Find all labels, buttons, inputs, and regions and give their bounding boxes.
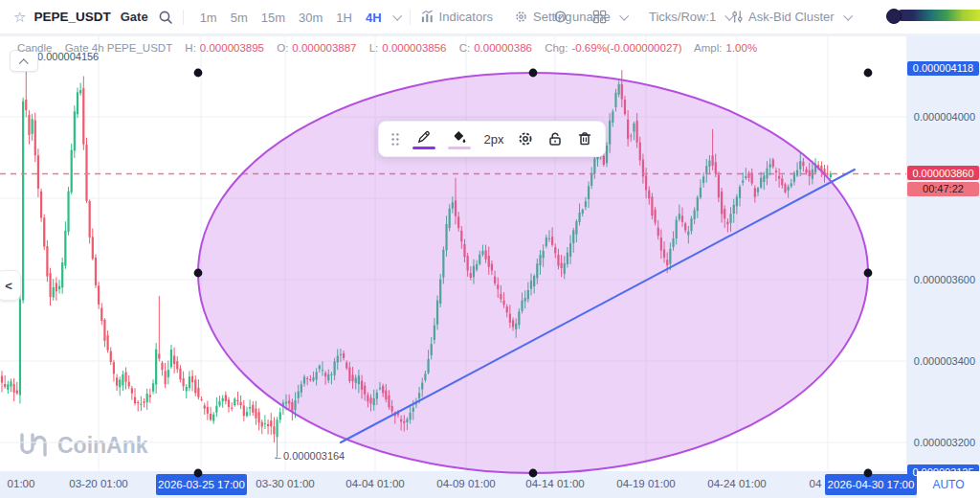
drawing-anchor-handle[interactable]: [194, 69, 203, 78]
sidebar-expand-button[interactable]: <: [0, 270, 21, 301]
delete-drawing-button[interactable]: [576, 130, 593, 147]
fill-color-tool[interactable]: [448, 129, 471, 149]
low-value: 0.000003856: [382, 42, 446, 54]
time-tick-label: 04-24 01:00: [707, 478, 766, 489]
low-price-annotation: ←0.000003164: [273, 450, 345, 462]
price-axis[interactable]: 0.0000040000.0000036000.0000034000.00000…: [906, 36, 980, 471]
drawing-anchor-handle[interactable]: [864, 69, 873, 78]
time-tick-label: 04-19 01:00: [616, 478, 675, 489]
gear-icon: [517, 130, 534, 147]
search-icon[interactable]: [158, 10, 173, 25]
series-type-label: Candle: [17, 42, 52, 54]
chevron-down-icon[interactable]: [392, 11, 402, 21]
symbol-name[interactable]: PEPE_USDT: [33, 10, 110, 24]
lock-drawing-button[interactable]: [546, 130, 564, 147]
askbid-cluster-dropdown[interactable]: Ask-Bid Cluster: [731, 10, 851, 24]
auto-scale-button[interactable]: AUTO: [917, 471, 980, 498]
time-axis[interactable]: 01:0003-20 01:0003-30 01:0004-04 01:0004…: [0, 471, 980, 498]
time-marker-chip: 2026-03-25 17:00: [156, 474, 247, 495]
drag-handle-icon[interactable]: [390, 132, 400, 147]
visible-high-chip: 0.000004118: [907, 61, 979, 76]
uname-dropdown[interactable]: uname: [553, 10, 627, 24]
trading-app: ☆ PEPE_USDT Gate 1m5m15m30m1H4H Indicato…: [0, 0, 980, 498]
stroke-color-tool[interactable]: [412, 129, 435, 149]
drawing-anchor-handle[interactable]: [194, 469, 203, 478]
timeframe-15m[interactable]: 15m: [261, 11, 285, 25]
price-tick-label: 0.000003400: [914, 355, 975, 367]
price-tick-label: 0.000003600: [914, 274, 975, 285]
stroke-color-swatch: [412, 147, 435, 149]
change-value: -0.69%(-0.000000027): [571, 42, 681, 54]
time-tick-label: 04: [810, 478, 822, 489]
drawing-anchor-handle[interactable]: [529, 469, 538, 478]
drawing-settings-button[interactable]: [517, 130, 534, 147]
time-tick-label: 03-20 01:00: [69, 478, 127, 489]
drawing-anchor-handle[interactable]: [864, 469, 873, 478]
top-toolbar: ☆ PEPE_USDT Gate 1m5m15m30m1H4H Indicato…: [0, 0, 980, 34]
unlock-icon: [546, 130, 564, 147]
price-tick-label: 0.000003200: [914, 437, 975, 448]
indicators-button[interactable]: Indicators: [420, 10, 493, 24]
timeframe-1H[interactable]: 1H: [336, 11, 352, 25]
divider: [183, 10, 184, 25]
drawing-anchor-handle[interactable]: [864, 269, 873, 278]
gear-icon: [514, 10, 528, 24]
paint-bucket-icon: [451, 129, 468, 145]
drawing-anchor-handle[interactable]: [194, 269, 203, 278]
current-price-chip: 0.000003860: [907, 166, 979, 180]
time-tick-label: 04-04 01:00: [345, 478, 404, 489]
timeframe-row: 1m5m15m30m1H4H: [193, 9, 389, 26]
series-source-label: Gate 4h PEPE_USDT: [65, 42, 173, 54]
ticks-row-dropdown[interactable]: Ticks/Row:1: [649, 10, 732, 24]
user-circle-icon: [553, 10, 568, 24]
favorite-star-icon[interactable]: ☆: [13, 9, 26, 26]
timeframe-30m[interactable]: 30m: [299, 11, 323, 25]
time-tick-label: 01:00: [8, 478, 35, 489]
toolbar-bottom-strip: [0, 34, 980, 36]
chart-area[interactable]: CoinAnk —0.000004156 ←0.000003164 < 2px: [0, 36, 906, 471]
time-tick-label: 03-30 01:00: [256, 478, 314, 489]
time-tick-label: 04-09 01:00: [436, 478, 495, 489]
stroke-width-button[interactable]: 2px: [484, 132, 504, 147]
heatmap-gradient-handle[interactable]: [886, 9, 902, 24]
drawing-anchor-handle[interactable]: [529, 69, 538, 78]
sliders-icon: [731, 10, 744, 24]
amplitude-value: 1.00%: [726, 42, 758, 54]
exchange-name[interactable]: Gate: [121, 10, 148, 24]
timeframe-1m[interactable]: 1m: [200, 11, 217, 25]
candlestick-chart[interactable]: [0, 36, 906, 471]
drawing-toolbar: 2px: [378, 121, 606, 157]
high-value: 0.000003895: [200, 42, 264, 54]
trash-icon: [576, 130, 593, 147]
open-value: 0.000003887: [292, 42, 356, 54]
heatmap-gradient-legend[interactable]: [896, 10, 980, 21]
indicators-icon: [420, 10, 434, 24]
pencil-icon: [415, 129, 433, 145]
ohlc-info-row: Candle Gate 4h PEPE_USDT H:0.000003895 O…: [17, 42, 761, 54]
chevron-down-icon: [843, 11, 853, 21]
fill-color-swatch: [448, 147, 471, 149]
time-tick-label: 04-14 01:00: [525, 478, 584, 489]
chevron-down-icon: [619, 11, 629, 21]
timeframe-5m[interactable]: 5m: [231, 11, 248, 25]
divider: [410, 10, 411, 25]
time-marker-chip: 2026-04-30 17:00: [825, 474, 917, 495]
close-value: 0.00000386: [474, 42, 532, 54]
timeframe-4H[interactable]: 4H: [366, 11, 382, 25]
price-tick-label: 0.000004000: [914, 111, 975, 123]
candle-countdown: 00:47:22: [907, 182, 979, 196]
